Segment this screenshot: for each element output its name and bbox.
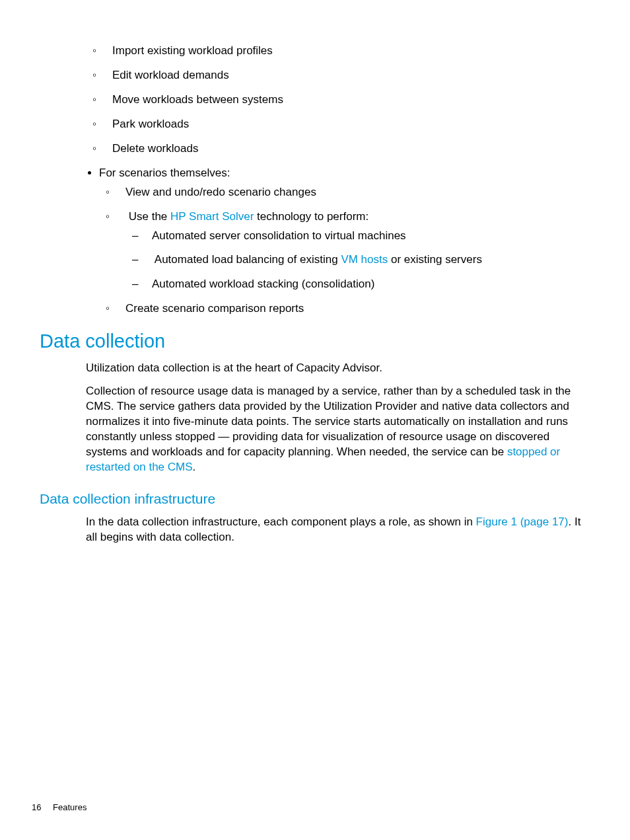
list-item: Move workloads between systems: [112, 93, 590, 108]
scenario-sublist: View and undo/redo scenario changes Use …: [99, 185, 590, 317]
text: In the data collection infrastructure, e…: [86, 515, 476, 528]
list-item: For scenarios themselves: View and undo/…: [99, 166, 590, 317]
heading-data-collection-infrastructure: Data collection infrastructure: [40, 490, 590, 508]
text: Collection of resource usage data is man…: [86, 385, 571, 458]
perform-list: Automated server consolidation to virtua…: [125, 229, 590, 293]
page-content: Import existing workload profiles Edit w…: [86, 44, 590, 545]
text: or existing servers: [388, 253, 482, 266]
list-item: Automated load balancing of existing VM …: [152, 252, 590, 268]
figure-1-link[interactable]: Figure 1 (page 17): [476, 515, 569, 528]
list-item: Edit workload demands: [112, 68, 590, 83]
text: Use the: [129, 210, 170, 223]
page-footer: 16 Features: [32, 802, 87, 814]
list-item: Park workloads: [112, 117, 590, 132]
list-item: View and undo/redo scenario changes: [125, 185, 590, 200]
vm-hosts-link[interactable]: VM hosts: [341, 253, 388, 266]
scenario-list: For scenarios themselves: View and undo/…: [86, 166, 590, 317]
list-item: Automated server consolidation to virtua…: [152, 229, 590, 244]
workload-sublist: Import existing workload profiles Edit w…: [86, 44, 590, 157]
text: technology to perform:: [254, 210, 368, 223]
list-item-label: For scenarios themselves:: [99, 167, 230, 179]
text: .: [193, 461, 196, 473]
paragraph: Utilization data collection is at the he…: [86, 361, 590, 376]
heading-data-collection: Data collection: [40, 328, 590, 354]
text: Automated load balancing of existing: [155, 253, 341, 266]
list-item: Import existing workload profiles: [112, 44, 590, 59]
hp-smart-solver-link[interactable]: HP Smart Solver: [170, 210, 254, 223]
list-item: Create scenario comparison reports: [125, 301, 590, 317]
list-item: Automated workload stacking (consolidati…: [152, 277, 590, 292]
footer-section: Features: [53, 802, 87, 812]
paragraph: In the data collection infrastructure, e…: [86, 515, 590, 545]
list-item: Use the HP Smart Solver technology to pe…: [125, 210, 590, 293]
list-item: Delete workloads: [112, 141, 590, 157]
paragraph: Collection of resource usage data is man…: [86, 384, 590, 475]
page-number: 16: [32, 802, 41, 812]
